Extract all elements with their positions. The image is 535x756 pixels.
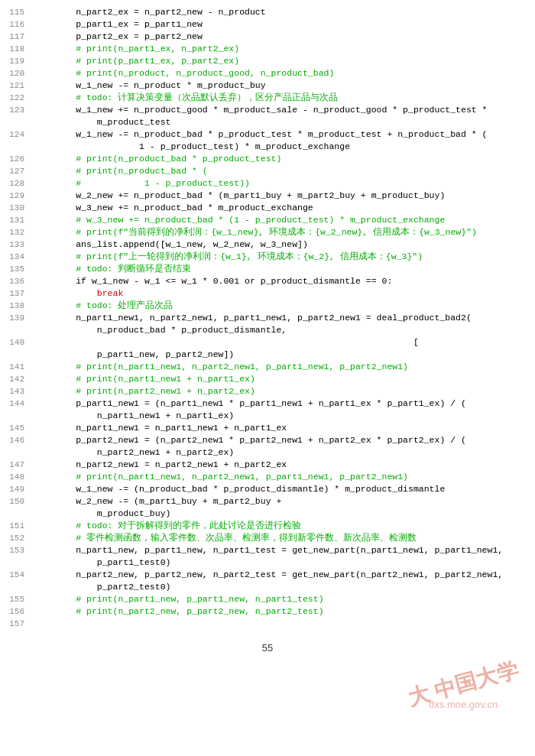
code-line: 144 p_part1_new1 = (n_part1_new1 * p_par… — [0, 397, 535, 410]
line-number: 144 — [0, 397, 31, 410]
code-line: 132 # print(f"当前得到的净利润：{w_1_new}, 环境成本：{… — [0, 226, 535, 238]
line-content: ans_list.append([w_1_new, w_2_new, w_3_n… — [31, 238, 535, 251]
line-content: # print(n_part1_new1 + n_part1_ex) — [31, 373, 535, 385]
line-content: p_part2_new1 = (n_part2_new1 * p_part2_n… — [31, 434, 535, 446]
line-content: # print(n_part2_new1 + n_part2_ex) — [31, 385, 535, 397]
line-content: # print(n_part1_ex, n_part2_ex) — [31, 43, 535, 55]
code-line: 134 # print(f"上一轮得到的净利润：{w_1}, 环境成本：{w_2… — [0, 251, 535, 263]
line-number: 122 — [0, 92, 31, 104]
code-line: 119 # print(p_part1_ex, p_part2_ex) — [0, 55, 535, 67]
line-content: break — [31, 287, 535, 300]
line-content: w_1_new += n_product_good * m_product_sa… — [31, 104, 535, 116]
line-content: n_part1_new1 = n_part1_new1 + n_part1_ex — [31, 422, 535, 434]
code-line: 129 w_2_new += n_product_bad * (m_part1_… — [0, 190, 535, 202]
code-line: n_part1_new1 + n_part1_ex) — [0, 410, 535, 422]
line-content: p_part1_new1 = (n_part1_new1 * p_part1_n… — [31, 397, 535, 410]
line-content: p_part1_ex = p_part1_new — [31, 18, 535, 31]
page-container: 115 n_part2_ex = n_part2_new - n_product… — [0, 0, 535, 756]
line-content: w_1_new -= n_product_bad * p_product_tes… — [31, 128, 535, 141]
line-number: 149 — [0, 483, 31, 495]
code-line: 133 ans_list.append([w_1_new, w_2_new, w… — [0, 238, 535, 251]
line-content: # w_3_new += n_product_bad * (1 - p_prod… — [31, 214, 535, 226]
line-number: 124 — [0, 128, 31, 141]
line-content: # print(f"上一轮得到的净利润：{w_1}, 环境成本：{w_2}, 信… — [31, 251, 535, 263]
line-content — [31, 618, 535, 630]
line-number: 150 — [0, 495, 31, 508]
line-content: w_3_new += n_product_bad * m_product_exc… — [31, 202, 535, 214]
line-content: p_part1_test0) — [31, 556, 535, 569]
line-content: w_2_new -= (m_part1_buy + m_part2_buy + — [31, 495, 535, 508]
line-content: # 零件检测函数，输入零件数、次品率、检测率，得到新零件数、新次品率、检测数 — [31, 532, 535, 544]
code-line: 117 p_part2_ex = p_part2_new — [0, 31, 535, 43]
line-content: # 1 - p_product_test)) — [31, 177, 535, 190]
line-number: 126 — [0, 153, 31, 165]
code-line: p_part1_new, p_part2_new]) — [0, 349, 535, 361]
line-number: 135 — [0, 263, 31, 275]
line-content: p_part1_new, p_part2_new]) — [31, 349, 535, 361]
line-content: p_part2_test0) — [31, 581, 535, 593]
code-line: 120 # print(n_product, n_product_good, n… — [0, 67, 535, 79]
code-line: 137 break — [0, 287, 535, 300]
line-number: 120 — [0, 67, 31, 79]
line-number: 145 — [0, 422, 31, 434]
code-line: 151 # todo: 对于拆解得到的零件，此处讨论是否进行检验 — [0, 520, 535, 532]
code-line: 124 w_1_new -= n_product_bad * p_product… — [0, 128, 535, 141]
code-line: 128 # 1 - p_product_test)) — [0, 177, 535, 190]
code-line: 152 # 零件检测函数，输入零件数、次品率、检测率，得到新零件数、新次品率、检… — [0, 532, 535, 544]
code-line: n_part2_new1 + n_part2_ex) — [0, 446, 535, 459]
code-line: 135 # todo: 判断循环是否结束 — [0, 263, 535, 275]
code-line: 157 — [0, 618, 535, 630]
code-line: 122 # todo: 计算决策变量（次品默认丢弃），区分产品正品与次品 — [0, 92, 535, 104]
code-line: 141 # print(n_part1_new1, n_part2_new1, … — [0, 361, 535, 373]
line-content: # print(n_part2_new, p_part2_new, n_part… — [31, 605, 535, 618]
line-number: 147 — [0, 459, 31, 471]
line-content: n_part1_new, p_part1_new, n_part1_test =… — [31, 544, 535, 556]
code-line: m_product_test — [0, 116, 535, 128]
line-number: 131 — [0, 214, 31, 226]
code-line: 115 n_part2_ex = n_part2_new - n_product — [0, 6, 535, 18]
line-number: 119 — [0, 55, 31, 67]
code-line: 139 n_part1_new1, n_part2_new1, p_part1_… — [0, 312, 535, 324]
line-content: # todo: 对于拆解得到的零件，此处讨论是否进行检验 — [31, 520, 535, 532]
line-content: w_1_new -= n_product * m_product_buy — [31, 79, 535, 92]
line-number: 143 — [0, 385, 31, 397]
line-content: m_product_buy) — [31, 508, 535, 520]
line-number: 156 — [0, 605, 31, 618]
line-content: # print(n_product_bad * p_product_test) — [31, 153, 535, 165]
code-line: 130 w_3_new += n_product_bad * m_product… — [0, 202, 535, 214]
line-number: 152 — [0, 532, 31, 544]
line-number: 146 — [0, 434, 31, 446]
line-number: 140 — [0, 336, 31, 349]
line-number: 129 — [0, 190, 31, 202]
code-line: 126 # print(n_product_bad * p_product_te… — [0, 153, 535, 165]
line-content: n_part2_ex = n_part2_new - n_product — [31, 6, 535, 18]
line-number: 157 — [0, 618, 31, 630]
line-content: # print(n_part1_new1, n_part2_new1, p_pa… — [31, 361, 535, 373]
line-content: # todo: 计算决策变量（次品默认丢弃），区分产品正品与次品 — [31, 92, 535, 104]
line-number: 141 — [0, 361, 31, 373]
watermark-line1: 大 中国大学 — [405, 656, 522, 713]
line-number: 127 — [0, 165, 31, 177]
code-line: 142 # print(n_part1_new1 + n_part1_ex) — [0, 373, 535, 385]
line-content: n_part2_new1 + n_part2_ex) — [31, 446, 535, 459]
line-content: # print(f"当前得到的净利润：{w_1_new}, 环境成本：{w_2_… — [31, 226, 535, 238]
line-content: w_1_new -= (n_product_bad * p_product_di… — [31, 483, 535, 495]
line-number: 148 — [0, 471, 31, 483]
line-number: 118 — [0, 43, 31, 55]
watermark-line2: dxs.moe.gov.cn — [407, 699, 520, 710]
page-footer: 55 — [0, 642, 535, 654]
line-number: 128 — [0, 177, 31, 190]
code-line: 121 w_1_new -= n_product * m_product_buy — [0, 79, 535, 92]
line-number: 130 — [0, 202, 31, 214]
code-line: 118 # print(n_part1_ex, n_part2_ex) — [0, 43, 535, 55]
line-number: 116 — [0, 18, 31, 31]
code-line: 145 n_part1_new1 = n_part1_new1 + n_part… — [0, 422, 535, 434]
line-number: 154 — [0, 569, 31, 581]
line-number: 137 — [0, 287, 31, 300]
line-number: 136 — [0, 275, 31, 287]
line-content: n_part2_new1 = n_part2_new1 + n_part2_ex — [31, 459, 535, 471]
line-content: n_part1_new1, n_part2_new1, p_part1_new1… — [31, 312, 535, 324]
line-content: # todo: 处理产品次品 — [31, 300, 535, 312]
line-number: 134 — [0, 251, 31, 263]
line-content: if w_1_new - w_1 <= w_1 * 0.001 or p_pro… — [31, 275, 535, 287]
